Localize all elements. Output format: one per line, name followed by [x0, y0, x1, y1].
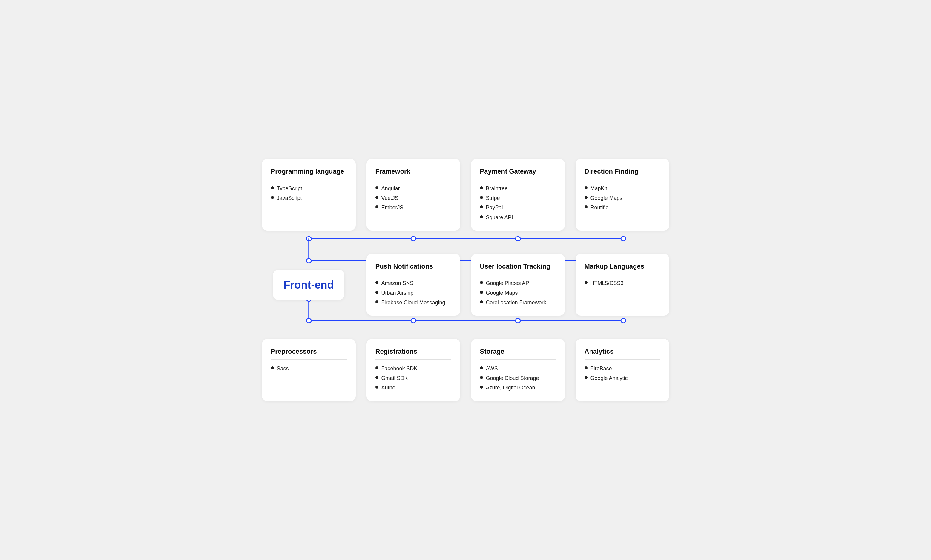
card-location-list: Google Places APIGoogle MapsCoreLocation… [480, 278, 556, 307]
card-payment: Payment Gateway BraintreeStripePayPalSqu… [471, 159, 565, 231]
card-framework-title: Framework [375, 167, 451, 180]
list-item: CoreLocation Framework [480, 298, 556, 307]
list-item: Facebook SDK [375, 364, 451, 373]
list-item: Google Analytic [585, 373, 660, 383]
card-storage-list: AWSGoogle Cloud StorageAzure, Digital Oc… [480, 364, 556, 393]
list-item: TypeScript [271, 184, 347, 193]
list-item: Braintree [480, 184, 556, 193]
card-programming: Programming language TypeScriptJavaScrip… [262, 159, 356, 231]
card-preprocessors-list: Sass [271, 364, 347, 373]
list-item: EmberJS [375, 203, 451, 212]
card-push: Push Notifications Amazon SNSUrban Airsh… [366, 254, 460, 316]
list-item: Square API [480, 213, 556, 222]
card-programming-list: TypeScriptJavaScript [271, 184, 347, 203]
card-push-list: Amazon SNSUrban AirshipFirebase Cloud Me… [375, 278, 451, 307]
card-direction-list: MapKitGoogle MapsRoutific [585, 184, 660, 213]
card-payment-list: BraintreeStripePayPalSquare API [480, 184, 556, 222]
card-storage-title: Storage [480, 347, 556, 360]
list-item: Google Maps [585, 193, 660, 203]
list-item: Angular [375, 184, 451, 193]
card-markup-list: HTML5/CSS3 [585, 278, 660, 288]
card-preprocessors-title: Preprocessors [271, 347, 347, 360]
card-location-title: User location Tracking [480, 262, 556, 274]
list-item: Vue.JS [375, 193, 451, 203]
card-analytics: Analytics FireBaseGoogle Analytic [576, 339, 669, 401]
list-item: Firebase Cloud Messaging [375, 298, 451, 307]
card-framework-list: AngularVue.JSEmberJS [375, 184, 451, 213]
list-item: Google Maps [480, 288, 556, 298]
card-direction-title: Direction Finding [585, 167, 660, 180]
card-push-title: Push Notifications [375, 262, 451, 274]
diagram-wrapper: .connector-line { fill: none; stroke: #2… [257, 154, 675, 406]
card-analytics-list: FireBaseGoogle Analytic [585, 364, 660, 383]
card-storage: Storage AWSGoogle Cloud StorageAzure, Di… [471, 339, 565, 401]
card-location: User location Tracking Google Places API… [471, 254, 565, 316]
list-item: AWS [480, 364, 556, 373]
card-registrations-title: Registrations [375, 347, 451, 360]
list-item: JavaScript [271, 193, 347, 203]
list-item: Routific [585, 203, 660, 212]
card-framework: Framework AngularVue.JSEmberJS [366, 159, 460, 231]
frontend-cell: Front-end [257, 249, 361, 321]
list-item: Urban Airship [375, 288, 451, 298]
card-preprocessors: Preprocessors Sass [262, 339, 356, 401]
main-grid: Programming language TypeScriptJavaScrip… [257, 154, 675, 406]
card-markup: Markup Languages HTML5/CSS3 [576, 254, 669, 316]
card-programming-title: Programming language [271, 167, 347, 180]
card-frontend-title: Front-end [284, 278, 334, 291]
list-item: Amazon SNS [375, 278, 451, 288]
card-registrations-list: Facebook SDKGmail SDKAutho [375, 364, 451, 393]
list-item: Sass [271, 364, 347, 373]
list-item: Stripe [480, 193, 556, 203]
list-item: Google Cloud Storage [480, 373, 556, 383]
list-item: FireBase [585, 364, 660, 373]
card-frontend: Front-end [273, 270, 345, 300]
list-item: PayPal [480, 203, 556, 212]
list-item: MapKit [585, 184, 660, 193]
list-item: Azure, Digital Ocean [480, 383, 556, 392]
card-payment-title: Payment Gateway [480, 167, 556, 180]
card-registrations: Registrations Facebook SDKGmail SDKAutho [366, 339, 460, 401]
card-markup-title: Markup Languages [585, 262, 660, 274]
list-item: Autho [375, 383, 451, 392]
list-item: Google Places API [480, 278, 556, 288]
card-analytics-title: Analytics [585, 347, 660, 360]
list-item: HTML5/CSS3 [585, 278, 660, 288]
list-item: Gmail SDK [375, 373, 451, 383]
card-direction: Direction Finding MapKitGoogle MapsRouti… [576, 159, 669, 231]
